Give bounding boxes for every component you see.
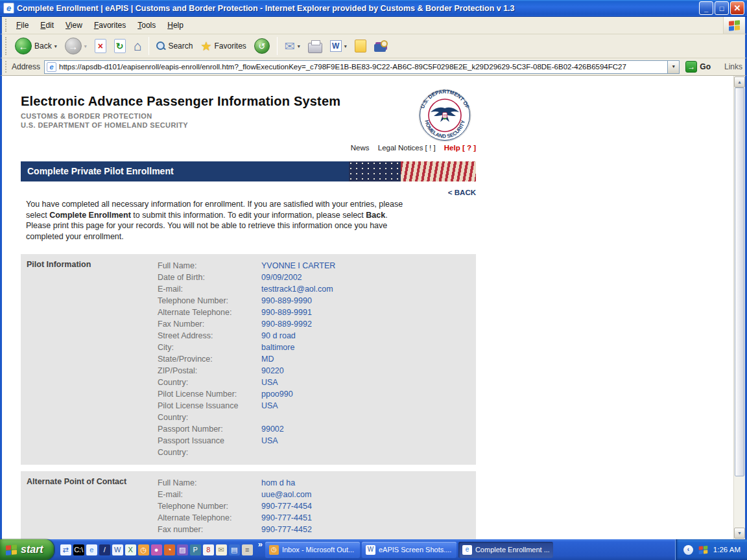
word-dropdown-icon[interactable]: ▾ xyxy=(344,43,347,49)
pilot-information-rows: Full Name:YVONNE I CARTERDate of Birth:0… xyxy=(158,260,476,458)
field-value: MD xyxy=(261,353,476,365)
outlook-clock-icon[interactable]: ◷ xyxy=(138,544,149,555)
field-label: Pilot License Issuance Country: xyxy=(158,400,261,423)
go-label: Go xyxy=(700,62,711,71)
internet-explorer-icon[interactable]: e xyxy=(86,544,97,555)
tray-windows-icon[interactable] xyxy=(698,545,707,554)
edit-with-word-button[interactable]: W ▾ xyxy=(327,39,350,53)
page-content: Electronic Advance Passenger Information… xyxy=(0,76,747,539)
address-input[interactable]: e https://apsdb-d101/eapisenroll/eapis-e… xyxy=(44,60,680,74)
taskbar-button-label: eAPIS Screen Shots.... xyxy=(379,546,452,554)
print-button[interactable] xyxy=(305,38,326,54)
maximize-button[interactable]: □ xyxy=(715,1,729,15)
field-row: E-mail:testtrack1@aol.com xyxy=(158,283,476,295)
sync-icon[interactable]: ⇄ xyxy=(60,544,71,555)
quicklaunch-overflow-icon[interactable]: » xyxy=(258,539,263,560)
home-button[interactable]: ⌂ xyxy=(130,38,145,54)
field-value: 990-889-9992 xyxy=(261,318,476,330)
quick-launch: ⇄C:\e/WX◷●◔▨P8✉▤≡ xyxy=(54,539,255,560)
menu-item-tools[interactable]: Tools xyxy=(132,19,161,32)
address-dropdown-icon[interactable]: ▾ xyxy=(667,61,679,73)
field-label: Fax Number: xyxy=(158,318,261,330)
word-icon[interactable]: W xyxy=(112,544,123,555)
field-row: Fax number:990-777-4452 xyxy=(158,524,476,535)
forward-dropdown-icon: ▾ xyxy=(84,43,87,49)
field-label: Street Address: xyxy=(158,330,261,342)
intro-paragraph: You have completed all necessary informa… xyxy=(26,199,406,242)
book-icon[interactable]: ▤ xyxy=(229,544,240,555)
org-line-1: CUSTOMS & BORDER PROTECTION xyxy=(21,112,152,120)
toolbar-grip[interactable] xyxy=(5,37,8,56)
field-value: testtrack1@aol.com xyxy=(261,283,476,295)
help-link[interactable]: Help [ ? ] xyxy=(444,144,476,152)
vertical-scrollbar[interactable]: ▲ ▼ xyxy=(733,76,745,539)
menu-item-edit[interactable]: Edit xyxy=(34,19,60,32)
research-button[interactable] xyxy=(371,39,390,53)
scrollbar-thumb[interactable] xyxy=(735,88,744,476)
field-row: Full Name:hom d ha xyxy=(158,477,476,489)
search-icon xyxy=(156,41,165,51)
tray-chevron-icon[interactable]: ‹ xyxy=(683,545,693,555)
menu-item-file[interactable]: File xyxy=(10,19,34,32)
field-label: Alternate Telephone: xyxy=(158,307,261,318)
alternate-point-of-contact-section: Alternate Point of Contact Full Name:hom… xyxy=(21,471,476,539)
stationery-icon[interactable]: ✉ xyxy=(216,544,227,555)
links-toolbar[interactable]: Links xyxy=(717,62,742,71)
menu-grip[interactable] xyxy=(5,19,8,32)
diamond-8-icon[interactable]: 8 xyxy=(203,544,214,555)
field-value: 90220 xyxy=(261,365,476,377)
key-icon[interactable]: ● xyxy=(151,544,162,555)
field-value: 99002 xyxy=(261,423,476,435)
start-button[interactable]: start xyxy=(0,539,54,560)
field-row: ZIP/Postal:90220 xyxy=(158,365,476,377)
title-bar: e Complete Enrollment | eAPIS | Customs … xyxy=(0,0,747,17)
task-buttons: ◷Inbox - Microsoft Out...WeAPIS Screen S… xyxy=(265,539,675,560)
scroll-up-icon[interactable]: ▲ xyxy=(734,76,745,88)
alternate-contact-rows: Full Name:hom d haE-mail:uue@aol.comTele… xyxy=(158,477,476,535)
search-button[interactable]: Search xyxy=(153,40,196,52)
address-grip[interactable] xyxy=(5,61,8,73)
menu-item-help[interactable]: Help xyxy=(161,19,189,32)
favorites-button[interactable]: ★ Favorites xyxy=(197,38,249,55)
links-label: Links xyxy=(724,62,742,71)
address-url[interactable]: https://apsdb-d101/eapisenroll/eapis-enr… xyxy=(59,63,667,71)
scroll-down-icon[interactable]: ▼ xyxy=(734,528,745,539)
news-link[interactable]: News xyxy=(351,144,370,152)
back-button[interactable]: ← Back ▾ xyxy=(12,36,60,56)
refresh-button[interactable]: ↻ xyxy=(111,38,129,54)
favorites-star-icon: ★ xyxy=(200,39,211,54)
org-line-2: U.S. DEPARTMENT OF HOMELAND SECURITY xyxy=(21,121,188,129)
page-title: Electronic Advance Passenger Information… xyxy=(21,94,340,109)
taskbar-button-outlook[interactable]: ◷Inbox - Microsoft Out... xyxy=(265,542,360,558)
timer-icon[interactable]: ◔ xyxy=(164,544,175,555)
menu-item-view[interactable]: View xyxy=(60,19,88,32)
forward-button[interactable]: → ▾ xyxy=(62,36,90,56)
field-label: E-mail: xyxy=(158,283,261,295)
mail-dropdown-icon[interactable]: ▾ xyxy=(298,43,300,49)
excel-icon[interactable]: X xyxy=(125,544,136,555)
internet-explorer-icon: e xyxy=(462,545,472,555)
pen-icon[interactable]: / xyxy=(99,544,110,555)
menu-item-favorites[interactable]: Favorites xyxy=(88,19,132,32)
legal-notices-link[interactable]: Legal Notices [ ! ] xyxy=(378,144,436,152)
field-row: Alternate Telephone:990-889-9991 xyxy=(158,307,476,318)
history-button[interactable]: ↺ xyxy=(251,37,273,55)
field-value: YVONNE I CARTER xyxy=(261,260,476,272)
publisher-icon[interactable]: P xyxy=(190,544,201,555)
minimize-button[interactable]: _ xyxy=(699,1,713,15)
command-prompt-icon[interactable]: C:\ xyxy=(73,544,84,555)
messenger-button[interactable] xyxy=(351,38,370,54)
history-icon: ↺ xyxy=(254,38,270,54)
back-link[interactable]: < BACK xyxy=(448,189,476,196)
mail-button[interactable]: ✉ ▾ xyxy=(281,38,303,55)
go-button[interactable]: → Go xyxy=(683,60,713,73)
back-dropdown-icon[interactable]: ▾ xyxy=(54,43,57,49)
stop-button[interactable]: × xyxy=(91,38,110,54)
close-button[interactable]: ✕ xyxy=(730,1,744,15)
taskbar-button-word[interactable]: WeAPIS Screen Shots.... xyxy=(362,542,456,558)
photo-icon[interactable]: ▨ xyxy=(177,544,188,555)
taskbar-button-internet-explorer[interactable]: eComplete Enrollment ... xyxy=(458,542,553,558)
field-value: baltimore xyxy=(261,342,476,353)
fax-icon[interactable]: ≡ xyxy=(242,544,253,555)
field-row: Pilot License Number:ppoo990 xyxy=(158,388,476,400)
